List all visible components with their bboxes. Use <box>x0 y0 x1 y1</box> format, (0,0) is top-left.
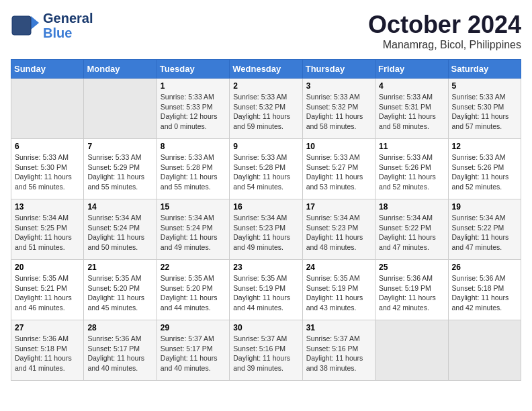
day-cell: 20Sunrise: 5:35 AM Sunset: 5:21 PM Dayli… <box>11 260 84 320</box>
svg-rect-0 <box>12 16 31 35</box>
day-number: 3 <box>306 81 371 91</box>
day-info: Sunrise: 5:34 AM Sunset: 5:25 PM Dayligh… <box>15 213 80 253</box>
day-info: Sunrise: 5:34 AM Sunset: 5:24 PM Dayligh… <box>161 213 226 253</box>
day-number: 15 <box>161 202 226 212</box>
day-info: Sunrise: 5:33 AM Sunset: 5:33 PM Dayligh… <box>161 92 226 132</box>
day-info: Sunrise: 5:33 AM Sunset: 5:32 PM Dayligh… <box>233 92 298 132</box>
day-number: 13 <box>15 202 80 212</box>
day-info: Sunrise: 5:34 AM Sunset: 5:24 PM Dayligh… <box>87 213 152 253</box>
calendar-body: 1Sunrise: 5:33 AM Sunset: 5:33 PM Daylig… <box>11 79 521 381</box>
logo: General Blue <box>11 11 93 40</box>
day-info: Sunrise: 5:33 AM Sunset: 5:28 PM Dayligh… <box>161 152 226 192</box>
week-row-5: 27Sunrise: 5:36 AM Sunset: 5:18 PM Dayli… <box>11 320 521 381</box>
title-block: October 2024 Manamrag, Bicol, Philippine… <box>368 11 521 51</box>
day-info: Sunrise: 5:34 AM Sunset: 5:23 PM Dayligh… <box>233 213 298 253</box>
day-info: Sunrise: 5:33 AM Sunset: 5:31 PM Dayligh… <box>379 92 444 132</box>
weekday-header-wednesday: Wednesday <box>230 60 302 79</box>
day-info: Sunrise: 5:34 AM Sunset: 5:22 PM Dayligh… <box>379 213 444 253</box>
day-info: Sunrise: 5:36 AM Sunset: 5:19 PM Dayligh… <box>379 273 444 313</box>
day-cell <box>84 79 157 139</box>
day-number: 27 <box>15 323 80 332</box>
day-cell: 12Sunrise: 5:33 AM Sunset: 5:26 PM Dayli… <box>448 139 521 199</box>
day-number: 12 <box>452 142 517 151</box>
day-number: 21 <box>87 263 152 272</box>
day-info: Sunrise: 5:35 AM Sunset: 5:20 PM Dayligh… <box>87 273 152 313</box>
day-info: Sunrise: 5:37 AM Sunset: 5:17 PM Dayligh… <box>161 334 226 373</box>
day-cell: 3Sunrise: 5:33 AM Sunset: 5:32 PM Daylig… <box>302 79 375 139</box>
day-cell: 31Sunrise: 5:37 AM Sunset: 5:16 PM Dayli… <box>302 320 375 381</box>
day-cell: 1Sunrise: 5:33 AM Sunset: 5:33 PM Daylig… <box>157 79 229 139</box>
day-cell: 8Sunrise: 5:33 AM Sunset: 5:28 PM Daylig… <box>157 139 229 199</box>
day-cell: 30Sunrise: 5:37 AM Sunset: 5:16 PM Dayli… <box>230 320 302 381</box>
location-title: Manamrag, Bicol, Philippines <box>368 39 521 51</box>
day-info: Sunrise: 5:33 AM Sunset: 5:29 PM Dayligh… <box>87 152 152 192</box>
day-info: Sunrise: 5:35 AM Sunset: 5:21 PM Dayligh… <box>15 273 80 313</box>
day-number: 25 <box>379 263 444 272</box>
week-row-1: 1Sunrise: 5:33 AM Sunset: 5:33 PM Daylig… <box>11 79 521 139</box>
page-header: General Blue October 2024 Manamrag, Bico… <box>11 11 521 51</box>
day-number: 18 <box>379 202 444 212</box>
day-cell: 16Sunrise: 5:34 AM Sunset: 5:23 PM Dayli… <box>230 199 302 260</box>
day-cell: 2Sunrise: 5:33 AM Sunset: 5:32 PM Daylig… <box>230 79 302 139</box>
day-number: 28 <box>87 323 152 332</box>
day-number: 19 <box>452 202 517 212</box>
day-number: 6 <box>15 142 80 151</box>
weekday-header-friday: Friday <box>375 60 448 79</box>
day-number: 31 <box>306 323 371 332</box>
day-info: Sunrise: 5:34 AM Sunset: 5:22 PM Dayligh… <box>452 213 517 253</box>
day-cell: 23Sunrise: 5:35 AM Sunset: 5:19 PM Dayli… <box>230 260 302 320</box>
day-info: Sunrise: 5:37 AM Sunset: 5:16 PM Dayligh… <box>233 334 298 373</box>
day-number: 1 <box>161 81 226 91</box>
weekday-header-monday: Monday <box>84 60 157 79</box>
day-info: Sunrise: 5:33 AM Sunset: 5:27 PM Dayligh… <box>306 152 371 192</box>
day-number: 17 <box>306 202 371 212</box>
day-info: Sunrise: 5:36 AM Sunset: 5:18 PM Dayligh… <box>452 273 517 313</box>
day-number: 29 <box>161 323 226 332</box>
day-cell: 6Sunrise: 5:33 AM Sunset: 5:30 PM Daylig… <box>11 139 84 199</box>
day-cell: 4Sunrise: 5:33 AM Sunset: 5:31 PM Daylig… <box>375 79 448 139</box>
day-cell: 21Sunrise: 5:35 AM Sunset: 5:20 PM Dayli… <box>84 260 157 320</box>
day-cell: 9Sunrise: 5:33 AM Sunset: 5:28 PM Daylig… <box>230 139 302 199</box>
day-cell <box>11 79 84 139</box>
week-row-4: 20Sunrise: 5:35 AM Sunset: 5:21 PM Dayli… <box>11 260 521 320</box>
day-cell: 10Sunrise: 5:33 AM Sunset: 5:27 PM Dayli… <box>302 139 375 199</box>
day-info: Sunrise: 5:33 AM Sunset: 5:30 PM Dayligh… <box>15 152 80 192</box>
calendar-header: SundayMondayTuesdayWednesdayThursdayFrid… <box>11 60 521 79</box>
day-number: 4 <box>379 81 444 91</box>
day-cell: 17Sunrise: 5:34 AM Sunset: 5:23 PM Dayli… <box>302 199 375 260</box>
day-number: 22 <box>161 263 226 272</box>
logo-icon <box>11 11 40 40</box>
day-cell: 24Sunrise: 5:35 AM Sunset: 5:19 PM Dayli… <box>302 260 375 320</box>
day-number: 23 <box>233 263 298 272</box>
day-info: Sunrise: 5:37 AM Sunset: 5:16 PM Dayligh… <box>306 334 371 373</box>
day-number: 16 <box>233 202 298 212</box>
weekday-header-saturday: Saturday <box>448 60 521 79</box>
logo-blue: Blue <box>43 26 93 40</box>
day-number: 8 <box>161 142 226 151</box>
day-cell: 29Sunrise: 5:37 AM Sunset: 5:17 PM Dayli… <box>157 320 229 381</box>
day-cell: 26Sunrise: 5:36 AM Sunset: 5:18 PM Dayli… <box>448 260 521 320</box>
day-number: 5 <box>452 81 517 91</box>
day-info: Sunrise: 5:35 AM Sunset: 5:20 PM Dayligh… <box>161 273 226 313</box>
calendar-table: SundayMondayTuesdayWednesdayThursdayFrid… <box>11 59 521 381</box>
month-title: October 2024 <box>368 11 521 39</box>
day-number: 7 <box>87 142 152 151</box>
day-info: Sunrise: 5:33 AM Sunset: 5:26 PM Dayligh… <box>452 152 517 192</box>
weekday-header-tuesday: Tuesday <box>157 60 229 79</box>
day-cell: 11Sunrise: 5:33 AM Sunset: 5:26 PM Dayli… <box>375 139 448 199</box>
day-cell: 18Sunrise: 5:34 AM Sunset: 5:22 PM Dayli… <box>375 199 448 260</box>
day-cell: 28Sunrise: 5:36 AM Sunset: 5:17 PM Dayli… <box>84 320 157 381</box>
day-cell <box>448 320 521 381</box>
day-number: 20 <box>15 263 80 272</box>
day-cell: 27Sunrise: 5:36 AM Sunset: 5:18 PM Dayli… <box>11 320 84 381</box>
week-row-3: 13Sunrise: 5:34 AM Sunset: 5:25 PM Dayli… <box>11 199 521 260</box>
svg-marker-1 <box>31 16 39 30</box>
day-info: Sunrise: 5:33 AM Sunset: 5:30 PM Dayligh… <box>452 92 517 132</box>
day-info: Sunrise: 5:33 AM Sunset: 5:32 PM Dayligh… <box>306 92 371 132</box>
day-cell: 7Sunrise: 5:33 AM Sunset: 5:29 PM Daylig… <box>84 139 157 199</box>
day-cell: 15Sunrise: 5:34 AM Sunset: 5:24 PM Dayli… <box>157 199 229 260</box>
day-number: 26 <box>452 263 517 272</box>
day-cell: 25Sunrise: 5:36 AM Sunset: 5:19 PM Dayli… <box>375 260 448 320</box>
day-cell: 19Sunrise: 5:34 AM Sunset: 5:22 PM Dayli… <box>448 199 521 260</box>
day-cell: 13Sunrise: 5:34 AM Sunset: 5:25 PM Dayli… <box>11 199 84 260</box>
